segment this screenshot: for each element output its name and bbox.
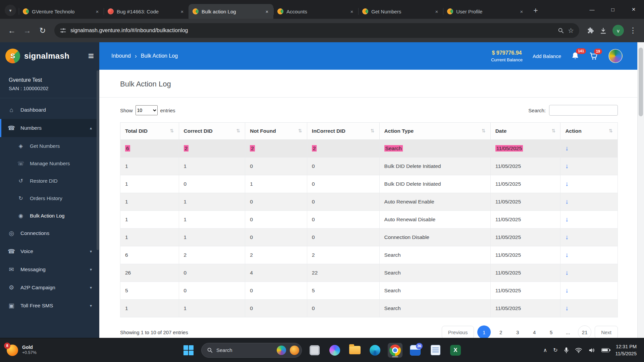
bookmark-star-icon[interactable]: ☆ [568,26,574,35]
sort-icon[interactable]: ⇅ [482,128,486,133]
photos-app-button[interactable] [307,343,322,358]
page-scrollbar-thumb[interactable] [639,48,643,116]
manage-numbers-icon[interactable]: ☏ Manage Numbers [0,155,99,172]
home-icon[interactable]: ⌂ Dashboard [0,101,99,119]
url-text[interactable]: signalmash.gventure.info/#/inbound/bulka… [70,27,554,34]
copilot-app-button[interactable] [327,343,342,358]
column-header[interactable]: Total DID ⇅ [120,123,179,140]
restore-icon[interactable]: ↺ Restore DID [0,172,99,189]
maximize-button[interactable]: □ [602,0,623,19]
forward-button[interactable]: → [20,23,34,38]
a2p-campaign-icon[interactable]: ⚙ A2P Campaign ▾ [0,279,99,297]
microphone-icon[interactable] [564,347,569,354]
sort-icon[interactable]: ⇅ [170,128,174,133]
sync-icon[interactable]: ↻ [553,347,557,353]
search-highlight-icon[interactable] [277,346,286,355]
column-header[interactable]: Action ⇅ [560,123,618,140]
minimize-button[interactable]: — [582,0,602,19]
download-row-icon[interactable]: ↓ [565,216,569,223]
tab-close-icon[interactable]: × [94,8,101,15]
taskbar-widget[interactable]: 8 Gold +0.57% [0,338,43,362]
browser-tab[interactable]: GVenture Technolo × [19,4,104,19]
pagination-button[interactable]: 21 [578,325,591,338]
notepad-app-button[interactable] [428,343,443,358]
column-header[interactable]: InCorrect DID ⇅ [307,123,379,140]
download-row-icon[interactable]: ↓ [565,251,569,258]
column-header[interactable]: Not Found ⇅ [245,123,307,140]
browser-tab[interactable]: Bulk action Log × [189,4,273,19]
notifications-button[interactable]: 141 [571,52,579,60]
pagination-button[interactable]: 3 [511,325,524,338]
volume-icon[interactable] [588,347,595,353]
zoom-icon[interactable] [558,27,564,34]
hamburger-menu-icon[interactable]: ≡ [88,51,94,61]
download-row-icon[interactable]: ↓ [565,180,569,187]
tab-close-icon[interactable]: × [518,8,525,15]
sort-icon[interactable]: ⇅ [298,128,302,133]
add-balance-button[interactable]: Add Balance [533,53,561,59]
user-avatar[interactable] [608,49,623,63]
wifi-icon[interactable] [575,347,582,353]
browser-menu-icon[interactable]: ⋮ [629,26,637,35]
edge-app-button[interactable] [368,343,382,358]
voice-icon[interactable]: ☎ Voice ▾ [0,242,99,260]
pagination-button[interactable]: Previous [442,326,474,338]
bulk-action-log-icon[interactable]: ◉ Bulk Action Log [0,207,99,224]
download-row-icon[interactable]: ↓ [565,234,569,241]
reload-button[interactable]: ↻ [36,23,50,38]
browser-tab[interactable]: User Profile × [443,4,528,19]
column-header[interactable]: Date ⇅ [490,123,560,140]
browser-tab[interactable]: Bug #14663: Code × [104,4,189,19]
taskbar-clock[interactable]: 12:31 PM 11/5/2025 [615,343,639,357]
sort-icon[interactable]: ⇅ [371,128,375,133]
back-button[interactable]: ← [5,23,19,38]
taskbar-search[interactable]: Search [201,343,302,358]
tab-close-icon[interactable]: × [263,8,271,15]
start-button[interactable] [181,343,196,358]
pagination-button[interactable]: Next [595,326,618,338]
downloads-icon[interactable] [599,27,607,35]
battery-icon[interactable] [601,348,609,352]
browser-tab[interactable]: Accounts × [273,4,358,19]
close-button[interactable]: × [623,0,644,19]
search-highlight-icon-2[interactable] [290,346,299,355]
hidden-icons-button[interactable]: ∧ [543,347,547,353]
pagination-button[interactable]: ... [561,325,575,338]
sort-icon[interactable]: ⇅ [236,128,240,133]
download-row-icon[interactable]: ↓ [565,269,569,276]
history-icon[interactable]: ↻ Orders History [0,189,99,207]
excel-app-button[interactable]: X [448,343,463,358]
column-header[interactable]: Action Type ⇅ [379,123,490,140]
pagination-button[interactable]: 1 [477,325,491,338]
pagination-button[interactable]: 2 [494,325,507,338]
page-scrollbar-track[interactable] [637,42,644,338]
download-row-icon[interactable]: ↓ [565,198,569,205]
new-tab-button[interactable]: + [530,5,541,16]
sidebar-scrollbar-thumb[interactable] [97,70,99,250]
cart-button[interactable]: 19 [589,52,598,60]
sort-icon[interactable]: ⇅ [552,128,556,133]
toll-free-sms-icon[interactable]: ▣ Toll Free SMS ▾ [0,297,99,315]
pagination-button[interactable]: 4 [528,325,541,338]
sort-icon[interactable]: ⇅ [609,128,613,133]
chrome-app-button[interactable] [388,343,402,358]
tab-search-button[interactable]: ▾ [5,5,16,16]
get-numbers-icon[interactable]: ◈ Get Numbers [0,137,99,155]
site-info-icon[interactable] [60,27,66,34]
extensions-icon[interactable] [587,27,594,34]
connections-icon[interactable]: ◎ Connections [0,224,99,242]
file-explorer-button[interactable] [347,343,362,358]
tab-close-icon[interactable]: × [348,8,356,15]
pagination-button[interactable]: 5 [544,325,558,338]
download-row-icon[interactable]: ↓ [565,145,569,152]
tab-close-icon[interactable]: × [178,8,186,15]
phone-icon[interactable]: ☎ Numbers ▴ [0,119,99,137]
column-header[interactable]: Correct DID ⇅ [179,123,245,140]
browser-tab[interactable]: Get Numbers × [358,4,443,19]
browser-profile-avatar[interactable]: v [612,25,624,36]
download-row-icon[interactable]: ↓ [565,163,569,170]
outlook-app-button[interactable]: 36 [408,343,423,358]
address-bar[interactable]: signalmash.gventure.info/#/inbound/bulka… [54,23,579,38]
tab-close-icon[interactable]: × [433,8,440,15]
breadcrumb-section[interactable]: Inbound [111,53,131,59]
